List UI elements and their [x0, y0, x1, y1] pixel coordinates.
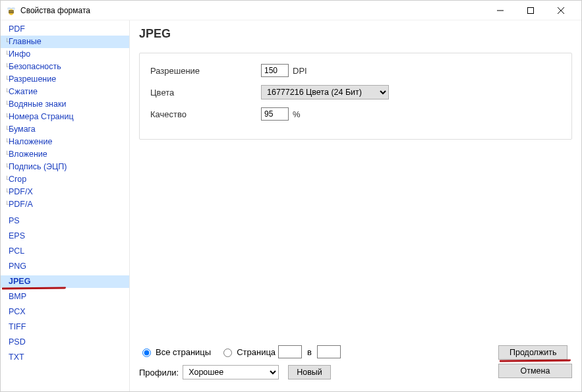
radio-page-range-label: Страница	[237, 347, 276, 357]
settings-box: Разрешение DPI Цвета 16777216 Цвета (24 …	[139, 53, 572, 140]
tree-node-jpeg[interactable]: JPEG	[1, 275, 129, 288]
tree-node-pdf-pagenums[interactable]: Номера Страниц	[1, 111, 129, 123]
spacer	[139, 140, 572, 340]
svg-rect-6	[528, 7, 534, 13]
titlebar: Свойства формата	[1, 1, 581, 20]
page-to-input[interactable]	[317, 345, 341, 358]
radio-all-pages[interactable]: Все страницы	[139, 347, 211, 357]
tree-node-pdf-resolution[interactable]: Разрешение	[1, 73, 129, 86]
minimize-button[interactable]	[485, 1, 515, 20]
profiles-row: Профили: Хорошее Новый	[139, 365, 498, 379]
annotation-underline-icon	[2, 287, 66, 290]
tree-node-pdf-main[interactable]: Главные	[1, 36, 129, 48]
tree-node-eps[interactable]: EPS	[1, 230, 129, 242]
tree-node-pdf[interactable]: PDF	[1, 23, 129, 36]
annotation-underline-icon	[500, 359, 571, 362]
close-button[interactable]	[546, 1, 576, 20]
tree-node-pdf-signature[interactable]: Подпись (ЭЦП)	[1, 161, 129, 173]
continue-wrap: Продолжить	[498, 345, 572, 360]
window-controls	[485, 1, 576, 20]
resolution-input[interactable]	[261, 64, 289, 77]
page-heading: JPEG	[139, 27, 572, 41]
tree-node-psd[interactable]: PSD	[1, 336, 129, 349]
tree-node-pdf-watermarks[interactable]: Водяные знаки	[1, 98, 129, 111]
resolution-suffix: DPI	[293, 66, 307, 76]
tree-node-pdf-compression[interactable]: Сжатие	[1, 86, 129, 98]
page-range-separator: в	[307, 347, 312, 357]
tree-node-tiff[interactable]: TIFF	[1, 321, 129, 333]
tree-node-pdf-attachment[interactable]: Вложение	[1, 148, 129, 161]
page-from-input[interactable]	[278, 345, 302, 358]
colors-select[interactable]: 16777216 Цвета (24 Бит)	[261, 85, 389, 99]
quality-input[interactable]	[261, 107, 289, 121]
tree-node-pdf-security[interactable]: Безопасность	[1, 61, 129, 73]
cancel-button[interactable]: Отмена	[498, 364, 572, 378]
app-icon	[6, 5, 16, 16]
colors-row: Цвета 16777216 Цвета (24 Бит)	[150, 85, 561, 99]
svg-rect-1	[9, 11, 14, 11]
svg-point-4	[11, 7, 15, 10]
tree-node-txt[interactable]: TXT	[1, 351, 129, 364]
tree-node-pcl[interactable]: PCL	[1, 245, 129, 258]
tree-node-pdf-overlay[interactable]: Наложение	[1, 136, 129, 148]
pages-row: Все страницы Страница в	[139, 345, 498, 358]
footer: Все страницы Страница в	[139, 345, 572, 386]
tree-node-pdf-pdfa[interactable]: PDF/A	[1, 198, 129, 211]
radio-all-pages-label: Все страницы	[156, 347, 211, 357]
profiles-select[interactable]: Хорошее	[183, 365, 279, 379]
tree-node-pcx[interactable]: PCX	[1, 306, 129, 318]
quality-row: Качество %	[150, 107, 561, 121]
resolution-label: Разрешение	[150, 66, 261, 76]
profiles-label: Профили:	[139, 368, 179, 378]
radio-page-range-input[interactable]	[223, 349, 232, 357]
tree-node-png[interactable]: PNG	[1, 260, 129, 273]
main-panel: JPEG Разрешение DPI Цвета 16777216 Цвета…	[130, 20, 581, 391]
quality-label: Качество	[150, 109, 261, 119]
tree-node-jpeg-label: JPEG	[9, 277, 30, 286]
window-title: Свойства формата	[20, 6, 485, 15]
quality-suffix: %	[293, 109, 301, 119]
window: Свойства формата PDF Главные Инфо Безопа…	[0, 0, 582, 392]
tree-node-bmp[interactable]: BMP	[1, 291, 129, 303]
maximize-button[interactable]	[515, 1, 546, 20]
tree-node-pdf-paper[interactable]: Бумага	[1, 123, 129, 136]
tree-node-pdf-info[interactable]: Инфо	[1, 48, 129, 61]
continue-button[interactable]: Продолжить	[498, 345, 567, 360]
format-tree: PDF Главные Инфо Безопасность Разрешение…	[1, 23, 129, 364]
radio-page-range[interactable]: Страница в	[220, 345, 341, 358]
resolution-row: Разрешение DPI	[150, 64, 561, 77]
tree-node-pdf-pdfx[interactable]: PDF/X	[1, 186, 129, 198]
svg-point-3	[7, 7, 11, 10]
tree-node-pdf-crop[interactable]: Crop	[1, 173, 129, 186]
colors-label: Цвета	[150, 88, 261, 98]
tree-node-ps[interactable]: PS	[1, 215, 129, 227]
sidebar: PDF Главные Инфо Безопасность Разрешение…	[1, 20, 130, 391]
svg-rect-2	[9, 12, 14, 13]
body: PDF Главные Инфо Безопасность Разрешение…	[1, 20, 581, 391]
new-profile-button[interactable]: Новый	[288, 365, 331, 379]
pages-radio-group: Все страницы Страница в	[139, 345, 341, 358]
radio-all-pages-input[interactable]	[142, 349, 151, 357]
